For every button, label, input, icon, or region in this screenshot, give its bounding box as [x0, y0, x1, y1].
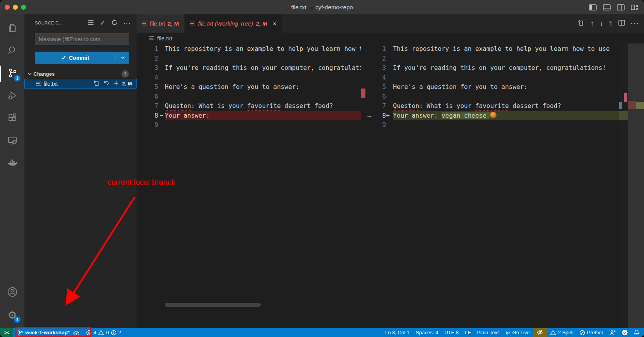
toggle-panel-icon[interactable]: [603, 4, 611, 10]
code-segment: dessert food?: [281, 102, 333, 109]
revert-arrow-icon[interactable]: →: [366, 111, 372, 121]
error-icon: [86, 330, 92, 335]
sidebar-item-search[interactable]: [0, 40, 24, 63]
breadcrumb[interactable]: file.txt: [137, 33, 644, 43]
diff-line-1[interactable]: 1This repository is an example to help y…: [374, 44, 619, 54]
sidebar-item-extensions[interactable]: [0, 108, 24, 130]
open-file-icon[interactable]: [93, 80, 99, 87]
stage-changes-icon[interactable]: [114, 81, 119, 87]
discard-changes-icon[interactable]: [104, 80, 109, 87]
sidebar-item-source-control[interactable]: 1: [0, 63, 24, 85]
diff-sign: [158, 73, 165, 83]
diff-line-4[interactable]: 4: [137, 73, 361, 83]
diff-line-2[interactable]: 2: [374, 54, 619, 64]
commit-button[interactable]: ✓ Commit: [35, 52, 129, 64]
diff-line-5[interactable]: 5Here's a question for you to answer:: [374, 82, 619, 92]
branch-indicator[interactable]: week-1-workshop*: [13, 328, 83, 337]
diff-line-7[interactable]: 7Queston: What is your favourite dessert…: [374, 101, 619, 111]
language-mode[interactable]: Plain Text: [474, 328, 502, 337]
next-change-icon[interactable]: ↓: [600, 19, 603, 28]
tab-file-txt[interactable]: file.txt 2, M: [137, 14, 185, 33]
changes-section-header[interactable]: Changes 1: [24, 69, 137, 78]
minimap-deleted-block: [628, 101, 636, 109]
indentation-indicator[interactable]: Spaces: 4: [413, 328, 441, 337]
diff-modified-pane[interactable]: 1This repository is an example to help y…: [374, 43, 619, 328]
close-window-button[interactable]: [5, 5, 10, 10]
commit-action-icon[interactable]: ✓: [100, 19, 105, 27]
encoding-indicator[interactable]: UTF-8: [441, 328, 462, 337]
notifications-button[interactable]: [631, 328, 644, 337]
minimap[interactable]: [628, 43, 644, 328]
scm-file-row[interactable]: file.txt 2, M: [24, 79, 137, 89]
diff-line-8[interactable]: 8+Your answer: vegan cheese: [374, 111, 619, 121]
zoom-window-button[interactable]: [21, 5, 26, 10]
diff-line-1[interactable]: 1This repository is an example to help y…: [137, 44, 361, 54]
left-editor-scrollbar[interactable]: [361, 43, 366, 328]
close-tab-icon[interactable]: ×: [273, 20, 277, 27]
debug-icon: [7, 90, 18, 103]
code-text: [393, 120, 619, 130]
code-text: [165, 73, 361, 83]
horizontal-scrollbar[interactable]: [165, 303, 261, 307]
compare-icon[interactable]: [578, 19, 585, 28]
eol-indicator[interactable]: LF: [462, 328, 474, 337]
copilot-status[interactable]: [619, 328, 631, 337]
diff-line-3[interactable]: 3If you're reading this on your computer…: [374, 63, 619, 73]
diff-line-9[interactable]: 9: [374, 120, 619, 130]
render-whitespace-icon[interactable]: ¶: [609, 20, 613, 28]
diff-line-5[interactable]: 5Here's a question for you to answer:: [137, 82, 361, 92]
feedback-button[interactable]: [606, 328, 619, 337]
toggle-sidebar-icon[interactable]: [589, 4, 597, 10]
tab-file-txt-working-tree[interactable]: file.txt (Working Tree) 2, M ×: [185, 14, 282, 33]
diff-line-7[interactable]: 7Queston: What is your favourite dessert…: [137, 101, 361, 111]
problems-indicator[interactable]: 4 0 2: [83, 328, 124, 337]
minimize-window-button[interactable]: [13, 5, 18, 10]
diff-line-8[interactable]: 8−Your answer:: [137, 111, 361, 121]
diff-sign: [386, 63, 393, 73]
watch-off-button[interactable]: [533, 328, 547, 337]
right-editor-scrollbar[interactable]: [619, 43, 628, 328]
diff-line-6[interactable]: 6: [137, 92, 361, 102]
refresh-icon[interactable]: [111, 19, 118, 27]
line-number: 3: [137, 63, 158, 73]
view-as-list-icon[interactable]: [87, 20, 94, 26]
previous-change-icon[interactable]: ↑: [590, 19, 594, 28]
commit-message-input[interactable]: Message (⌘Enter to com…: [35, 33, 129, 45]
go-live-button[interactable]: Go Live: [502, 328, 533, 337]
search-icon: [7, 45, 18, 58]
more-actions-icon[interactable]: ···: [124, 20, 131, 26]
diff-editor: 1This repository is an example to help y…: [137, 43, 644, 328]
warning-icon: [550, 330, 556, 335]
diff-sign: [386, 82, 393, 92]
split-editor-icon[interactable]: [618, 20, 625, 27]
sidebar-item-docker[interactable]: [0, 153, 24, 175]
code-segment: favourite: [475, 102, 509, 109]
prettier-status[interactable]: Prettier: [576, 328, 606, 337]
code-segment: vegan cheese: [441, 112, 490, 119]
sidebar-item-explorer[interactable]: [0, 17, 24, 40]
code-text: Queston: What is your favourite dessert …: [393, 101, 619, 111]
code-text: If you're reading this on your computer,…: [393, 63, 619, 73]
diff-line-4[interactable]: 4: [374, 73, 619, 83]
toggle-secondary-sidebar-icon[interactable]: [617, 4, 625, 10]
code-text: [393, 92, 619, 102]
code-segment: Queston: [393, 102, 419, 109]
customize-layout-icon[interactable]: [631, 4, 639, 10]
sidebar-item-run-debug[interactable]: [0, 85, 24, 108]
spell-checker-status[interactable]: 2 Spell: [547, 328, 576, 337]
diff-line-6[interactable]: 6: [374, 92, 619, 102]
diff-line-9[interactable]: 9: [137, 120, 361, 130]
cursor-position[interactable]: Ln 8, Col 1: [382, 328, 413, 337]
code-segment: If you're reading this on your computer,…: [393, 64, 606, 71]
sidebar-item-remote-explorer[interactable]: [0, 130, 24, 153]
diff-line-2[interactable]: 2: [137, 54, 361, 64]
code-segment: dessert food?: [509, 102, 561, 109]
diff-line-3[interactable]: 3If you're reading this on your computer…: [137, 63, 361, 73]
remote-indicator[interactable]: ><: [0, 328, 13, 337]
accounts-button[interactable]: [0, 281, 24, 304]
more-actions-icon[interactable]: ···: [631, 20, 639, 27]
files-icon: [7, 22, 18, 35]
title-bar: file.txt — cyf-demo-repo: [0, 0, 644, 14]
commit-dropdown-button[interactable]: [116, 56, 129, 59]
settings-button[interactable]: ⚙ 1: [0, 304, 24, 327]
